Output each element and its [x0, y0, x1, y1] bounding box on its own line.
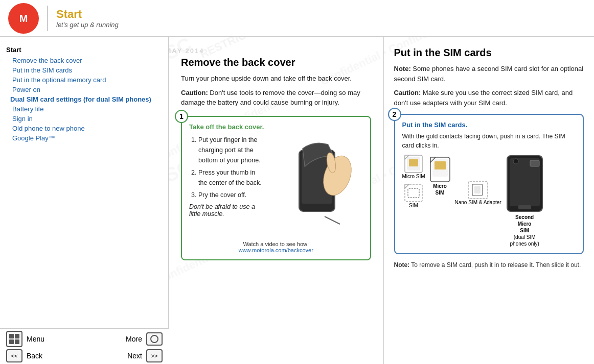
sidebar-nav: Start Remove the back cover Put in the S…: [6, 45, 162, 143]
step1-title: Take off the back cover.: [189, 123, 363, 131]
back-icon: <<: [6, 349, 22, 362]
sidebar-item-google-play[interactable]: Google Play™: [6, 133, 162, 143]
sim-middle: MicroSIM: [429, 156, 451, 196]
second-micro-sim-label: SecondMicroSIM(dual SIMphones only): [510, 214, 539, 247]
step1-content-row: Put your finger in the charging port at …: [189, 135, 363, 237]
step2-box: 2 Put in the SIM cards. With the gold co…: [394, 114, 584, 254]
sim-nano: SIM: [402, 183, 425, 208]
svg-rect-12: [408, 188, 419, 198]
bottom-bar: Menu More << Back Next >>: [0, 328, 169, 364]
step1-number: 1: [175, 110, 188, 123]
sim-micro: Micro SIM: [402, 154, 425, 179]
page-title: Start: [56, 8, 119, 21]
sidebar-item-put-in-sim[interactable]: Put in the SIM cards: [6, 65, 162, 75]
svg-rect-25: [530, 160, 539, 166]
bottom-row-bottom: << Back Next >>: [6, 349, 163, 362]
more-button[interactable]: More: [126, 332, 163, 346]
right-note1: Note: Some phones have a second SIM card…: [394, 64, 584, 84]
sidebar-item-old-phone[interactable]: Old phone to new phone: [6, 124, 162, 133]
main-layout: Start Remove the back cover Put in the S…: [0, 37, 594, 364]
sim-nano-adapter: Nano SIM & Adapter: [455, 154, 501, 205]
step2-title: Put in the SIM cards.: [402, 121, 576, 129]
menu-label: Menu: [27, 335, 44, 343]
right-caution-text: Make sure you use the correct sized SIM …: [394, 89, 573, 107]
note2-text: To remove a SIM card, push it in to rele…: [409, 261, 581, 269]
header-divider: [47, 6, 48, 31]
sidebar-item-dual-sim[interactable]: Dual SIM card settings (for dual SIM pho…: [6, 94, 162, 104]
sidebar-item-power-on[interactable]: Power on: [6, 85, 162, 94]
intro-text: Turn your phone upside down and take off…: [181, 74, 371, 84]
right-section-heading: Put in the SIM cards: [394, 47, 584, 59]
step1-text-col: Put your finger in the charging port at …: [189, 135, 266, 217]
date-stamp: 7 MAY 2014: [169, 47, 276, 55]
more-icon: [146, 332, 163, 346]
sidebar-item-battery[interactable]: Battery life: [6, 104, 162, 114]
next-icon: >>: [146, 349, 163, 362]
svg-rect-11: [405, 184, 422, 202]
next-button[interactable]: Next >>: [127, 349, 163, 362]
left-content-panel: 7 MAY 2014 Remove the back cover Turn yo…: [169, 37, 384, 364]
note2-label: Note:: [394, 261, 410, 269]
sidebar: Start Remove the back cover Put in the S…: [0, 37, 169, 364]
menu-icon: [6, 331, 22, 347]
sim-micro-label: Micro SIM: [402, 174, 425, 179]
step1-box: 1 Take off the back cover. Put your fing…: [181, 116, 371, 260]
sidebar-item-remove-back-cover[interactable]: Remove the back cover: [6, 56, 162, 65]
sidebar-item-sign-in[interactable]: Sign in: [6, 114, 162, 124]
step1-list: Put your finger in the charging port at …: [189, 135, 266, 200]
right-caution: Caution: Make sure you use the correct s…: [394, 88, 584, 108]
step1-instruction-2: Press your thumb in the center of the ba…: [198, 167, 266, 188]
step1-instruction-1: Put your finger in the charging port at …: [198, 135, 266, 165]
more-label: More: [126, 335, 142, 343]
sidebar-section-title: Start: [6, 45, 162, 55]
phone-sim-illustration: SecondMicroSIM(dual SIMphones only): [506, 154, 544, 247]
right-caution-label: Caution:: [394, 89, 421, 96]
svg-rect-17: [435, 161, 446, 169]
back-label: Back: [27, 352, 42, 360]
header-title-block: Start let's get up & running: [56, 8, 119, 29]
sim-icons-left: Micro SIM SIM: [402, 154, 425, 208]
step2-number: 2: [388, 108, 401, 121]
sidebar-item-put-in-memory[interactable]: Put in the optional memory card: [6, 75, 162, 85]
bottom-row-top: Menu More: [6, 331, 163, 347]
menu-button[interactable]: Menu: [6, 331, 44, 347]
right-note1-text: Some phones have a second SIM card slot …: [394, 65, 584, 83]
step1-note: Don't be afraid to use a little muscle.: [189, 203, 266, 217]
content-area: 7 MAY 2014 Remove the back cover Turn yo…: [169, 37, 594, 364]
right-content-panel: Put in the SIM cards Note: Some phones h…: [384, 37, 595, 364]
sim-label: SIM: [409, 203, 418, 208]
phone-illustration: [271, 135, 363, 237]
motorola-logo: M: [8, 3, 39, 34]
svg-text:M: M: [19, 13, 28, 24]
watch-video-label: Watch a video to see how:: [243, 241, 309, 247]
caution-text: Caution: Don't use tools to remove the c…: [181, 88, 371, 108]
svg-rect-8: [409, 159, 418, 166]
sim-layout: Micro SIM SIM: [402, 154, 576, 247]
watch-video: Watch a video to see how: www.motorola.c…: [189, 241, 363, 253]
svg-rect-22: [474, 186, 481, 193]
sim-micro2-label: MicroSIM: [433, 183, 447, 196]
caution-label: Caution:: [181, 89, 208, 96]
step1-instruction-3: Pry the cover off.: [198, 190, 266, 200]
caution-body: Don't use tools to remove the cover—doin…: [181, 89, 360, 107]
sim-nano-adapter-label: Nano SIM & Adapter: [455, 200, 501, 205]
header: M Start let's get up & running: [0, 0, 594, 37]
page-subtitle: let's get up & running: [56, 21, 119, 29]
next-label: Next: [127, 352, 142, 360]
svg-point-26: [513, 159, 518, 164]
left-section-heading: Remove the back cover: [181, 57, 371, 68]
step2-desc: With the gold contacts facing down, push…: [402, 132, 576, 150]
back-button[interactable]: << Back: [6, 349, 42, 362]
right-note1-label: Note:: [394, 65, 411, 72]
bottom-note: Note: To remove a SIM card, push it in t…: [394, 260, 584, 270]
watch-video-url: www.motorola.com/backcover: [239, 247, 313, 253]
svg-rect-27: [518, 205, 531, 209]
